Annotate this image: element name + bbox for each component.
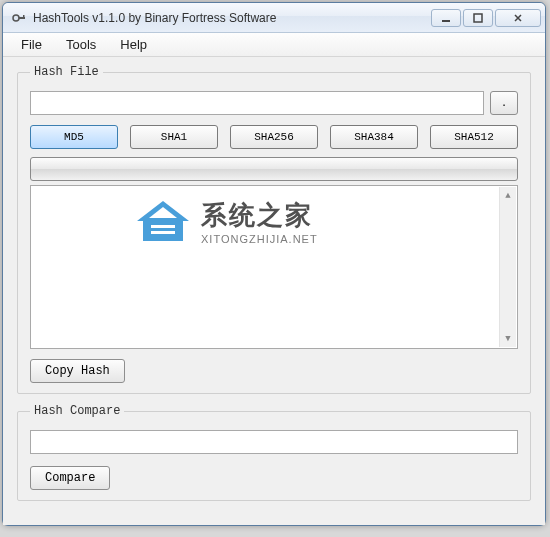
app-icon	[11, 10, 27, 26]
file-row: .	[30, 91, 518, 115]
window-controls	[431, 9, 541, 27]
app-window: HashTools v1.1.0 by Binary Fortress Soft…	[2, 2, 546, 526]
window-title: HashTools v1.1.0 by Binary Fortress Soft…	[33, 11, 431, 25]
sha1-button[interactable]: SHA1	[130, 125, 218, 149]
copy-hash-button[interactable]: Copy Hash	[30, 359, 125, 383]
hash-compare-group: Hash Compare Compare	[17, 404, 531, 501]
svg-point-0	[13, 15, 19, 21]
close-button[interactable]	[495, 9, 541, 27]
scrollbar[interactable]: ▲ ▼	[499, 187, 516, 347]
browse-button[interactable]: .	[490, 91, 518, 115]
client-area: Hash File . MD5 SHA1 SHA256 SHA384 SHA51…	[3, 57, 545, 525]
compare-button[interactable]: Compare	[30, 466, 110, 490]
svg-rect-2	[23, 15, 25, 18]
menu-tools[interactable]: Tools	[54, 33, 108, 56]
titlebar[interactable]: HashTools v1.1.0 by Binary Fortress Soft…	[3, 3, 545, 33]
sha256-button[interactable]: SHA256	[230, 125, 318, 149]
hash-output[interactable]: ▲ ▼	[30, 185, 518, 349]
progress-bar	[30, 157, 518, 181]
menu-file[interactable]: File	[9, 33, 54, 56]
file-path-input[interactable]	[30, 91, 484, 115]
menu-help[interactable]: Help	[108, 33, 159, 56]
minimize-button[interactable]	[431, 9, 461, 27]
svg-rect-3	[442, 20, 450, 22]
sha512-button[interactable]: SHA512	[430, 125, 518, 149]
sha384-button[interactable]: SHA384	[330, 125, 418, 149]
menubar: File Tools Help	[3, 33, 545, 57]
md5-button[interactable]: MD5	[30, 125, 118, 149]
hash-compare-legend: Hash Compare	[30, 404, 124, 418]
compare-input[interactable]	[30, 430, 518, 454]
hash-file-legend: Hash File	[30, 65, 103, 79]
hash-file-group: Hash File . MD5 SHA1 SHA256 SHA384 SHA51…	[17, 65, 531, 394]
scroll-up-icon[interactable]: ▲	[500, 187, 516, 204]
svg-rect-4	[474, 14, 482, 22]
maximize-button[interactable]	[463, 9, 493, 27]
scroll-down-icon[interactable]: ▼	[500, 330, 516, 347]
hash-type-buttons: MD5 SHA1 SHA256 SHA384 SHA512	[30, 125, 518, 149]
